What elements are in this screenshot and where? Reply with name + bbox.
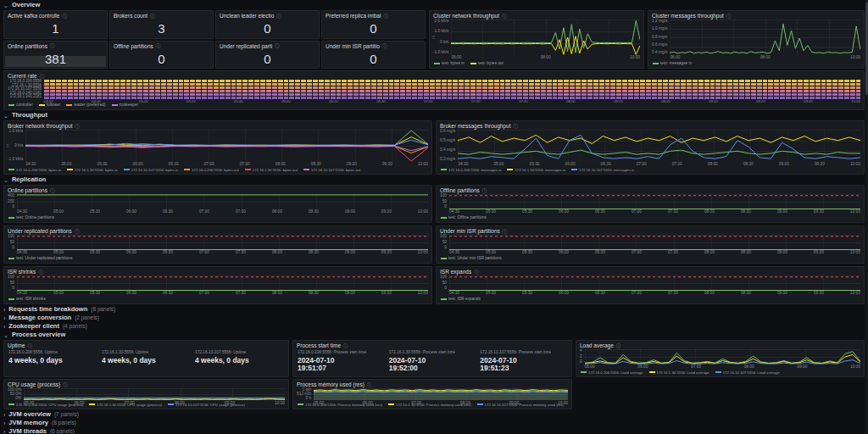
info-icon[interactable]: ⓘ [50, 43, 55, 48]
info-icon[interactable]: ⓘ [513, 124, 518, 129]
info-icon[interactable]: ⓘ [28, 343, 33, 348]
legend-item[interactable]: test: Under min ISR partitions [441, 256, 502, 261]
info-icon[interactable]: ⓘ [503, 229, 508, 234]
legend-item[interactable]: test: ISR shrinks [8, 297, 46, 302]
legend-item[interactable]: 172.16.0.206:5556: Load average [581, 370, 643, 375]
legend-item[interactable]: 172.16.0.206:5556: CPU usage (process) [8, 403, 83, 407]
info-icon[interactable]: ⓘ [63, 382, 68, 387]
info-icon[interactable]: ⓘ [40, 74, 45, 79]
cluster-messages-chart[interactable] [670, 19, 860, 55]
row-jvm-threads[interactable]: › JVM threads (6 panels) [3, 428, 865, 434]
row-message-conversion[interactable]: › Message conversion (2 panels) [3, 314, 865, 321]
legend-item[interactable]: test: ISR expands [441, 297, 481, 302]
legend-item[interactable]: 172.16.1.30:5556: CPU usage (process) [89, 403, 162, 407]
legend-item[interactable]: 172.16.0.206:5556: bytes out [184, 168, 239, 172]
legend-item[interactable]: follower [39, 103, 61, 108]
info-icon[interactable]: ⓘ [474, 270, 479, 275]
row-replication[interactable]: ⌄ Replication [3, 176, 865, 183]
offline-partitions-chart[interactable] [449, 194, 860, 209]
legend-color-swatch [8, 217, 14, 219]
current-rate-heatmap[interactable] [44, 80, 860, 99]
online-partitions-chart[interactable] [17, 194, 428, 209]
info-icon[interactable]: ⓘ [156, 43, 161, 48]
chevron-down-icon: ⌄ [3, 177, 8, 183]
info-icon[interactable]: ⓘ [383, 14, 388, 19]
legend-item[interactable]: 172.16.0.206:5556: Process memory used (… [298, 403, 382, 407]
info-icon[interactable]: ⓘ [150, 14, 155, 19]
stat-item: 172.16.10.107:5556: Uptime4 weeks, 0 day… [195, 350, 284, 376]
isr-shrinks-chart[interactable] [17, 275, 428, 291]
process-memory-chart[interactable] [314, 388, 568, 400]
panel-offline-partitions: Offline partitionsⓘ 100500 04:3005:0005:… [436, 185, 865, 223]
legend-item[interactable]: 172.16.1.30:5556: bytes out [245, 168, 298, 172]
legend-color-swatch [66, 104, 72, 106]
grip-icon[interactable]: ⠿ [431, 35, 435, 40]
tick-label: 50 [10, 241, 14, 245]
info-icon[interactable]: ⓘ [343, 343, 348, 348]
row-jvm-memory[interactable]: › JVM memory (8 panels) [3, 420, 865, 426]
cpu-usage-chart[interactable] [24, 388, 285, 400]
info-icon[interactable]: ⓘ [726, 14, 732, 19]
load-average-chart[interactable] [585, 349, 860, 364]
info-icon[interactable]: ⓘ [616, 343, 621, 348]
info-icon[interactable]: ⓘ [276, 14, 281, 19]
broker-messages-chart[interactable] [458, 130, 860, 162]
legend-item[interactable]: 172.16.0.206:5556: bytes in [8, 168, 61, 172]
row-zookeeper-client[interactable]: › Zookeeper client (4 panels) [3, 323, 865, 330]
info-icon[interactable]: ⓘ [502, 14, 507, 19]
legend-color-swatch [89, 403, 95, 405]
panel-isr-expands: ISR expandsⓘ 100500 04:3005:0005:3006:00… [436, 266, 865, 304]
stat-item: 172.16.0.206:5556: Uptime4 weeks, 0 days [8, 350, 97, 376]
info-icon[interactable]: ⓘ [382, 43, 387, 48]
row-jvm-overview[interactable]: › JVM overview (7 panels) [3, 411, 865, 418]
info-icon[interactable]: ⓘ [62, 14, 67, 19]
legend-item[interactable]: test: Under replicated partitions [8, 256, 72, 261]
row-panel-count: (4 panels) [63, 324, 87, 330]
legend-item[interactable]: 172.16.10.107:5556: Load average [715, 370, 780, 375]
stat-value: 0 [216, 50, 319, 68]
legend-item[interactable]: 172.16.1.30:5556: Process memory used (r… [388, 403, 471, 407]
legend-item[interactable]: test: Online partitions [8, 215, 54, 220]
legend-item[interactable]: 172.16.1.30:5556: bytes in [67, 168, 118, 172]
broker-network-chart[interactable] [25, 130, 428, 162]
info-icon[interactable]: ⓘ [75, 124, 81, 129]
cluster-network-chart[interactable] [451, 19, 640, 55]
legend-item[interactable]: 172.16.10.107:5556: messages in [571, 168, 634, 172]
under-min-isr-partitions-chart[interactable] [449, 235, 860, 250]
legend-item[interactable]: test: bytes out [470, 61, 504, 66]
info-icon[interactable]: ⓘ [482, 188, 487, 193]
chart-legend: test: Under min ISR partitions [437, 255, 864, 263]
legend-item[interactable]: 172.16.1.30:5556: messages in [507, 168, 565, 172]
legend-item[interactable]: test: Offline partitions [441, 215, 487, 220]
legend-item[interactable]: 172.16.0.206:5556: messages in [441, 168, 501, 172]
info-icon[interactable]: ⓘ [367, 382, 372, 387]
under-replicated-partitions-chart[interactable] [17, 235, 428, 250]
info-icon[interactable]: ⓘ [50, 188, 55, 193]
legend-item[interactable]: controller [8, 103, 33, 108]
legend-item[interactable]: 172.16.10.107:5556: bytes in [124, 168, 178, 172]
legend-color-swatch [184, 169, 190, 170]
tick-label: 100 [8, 275, 14, 280]
info-icon[interactable]: ⓘ [275, 43, 280, 48]
legend-item[interactable]: test: bytes in [434, 61, 465, 66]
row-requests-time-breakdown[interactable]: › Requests time breakdown (8 panels) [3, 306, 865, 313]
row-process-overview[interactable]: ⌄ Process overview [3, 331, 865, 338]
chevron-down-icon: ⌄ [3, 113, 8, 119]
legend-item[interactable]: 172.16.10.107:5556: Process memory used … [477, 403, 564, 407]
chart-legend: test: Online partitions [4, 214, 431, 222]
row-overview[interactable]: ⌄ Overview [3, 2, 865, 8]
legend-item[interactable]: leader (preferred) [66, 103, 105, 108]
tick-label: 0 [444, 287, 447, 291]
info-icon[interactable]: ⓘ [38, 270, 43, 275]
row-throughput[interactable]: ⌄ Throughput [3, 112, 865, 119]
panel-title: Offline partitions [114, 43, 153, 49]
legend-item[interactable]: 172.16.10.107:5556: bytes out [303, 168, 360, 172]
grip-icon[interactable]: ⠿ [6, 143, 9, 148]
legend-item[interactable]: test: messages in [653, 61, 692, 66]
row-title: Message conversion [8, 314, 71, 321]
isr-expands-chart[interactable] [449, 275, 860, 291]
legend-item[interactable]: 172.16.1.30:5556: Load average [649, 370, 709, 375]
info-icon[interactable]: ⓘ [75, 229, 80, 234]
legend-item[interactable]: zookeeper [112, 103, 138, 108]
legend-item[interactable]: 172.16.10.107:5556: CPU usage (process) [168, 403, 245, 407]
